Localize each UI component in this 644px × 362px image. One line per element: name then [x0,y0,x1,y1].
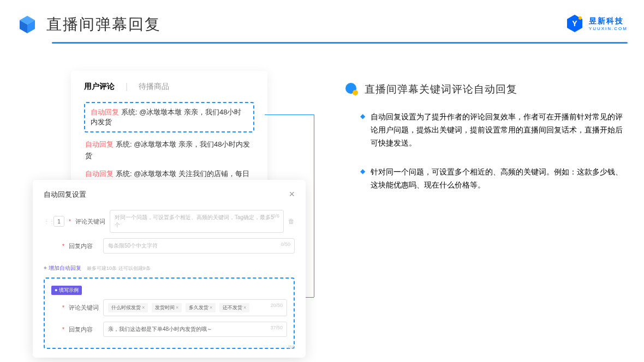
brand-icon: Y [565,14,585,33]
example-keyword-row: * 评论关键词 什么时候发货× 发货时间× 多久发货× 还不发货× 20/50 [51,299,287,316]
bullet-text: 自动回复设置为了提升作者的评论回复效率，作者可在开播前针对常见的评论用户问题，提… [371,111,628,149]
content-counter: 0/50 [281,242,290,247]
auto-reply-settings-modal: 自动回复设置 × ⋮⋮ 1 * 评论关键词 对同一个问题，可设置多个相近、高频的… [33,180,306,358]
auto-reply-tag: 自动回复 [85,170,114,178]
content-input[interactable]: 每条限50个中文字符 [103,238,295,254]
diamond-bullet-icon: ◆ [360,167,365,192]
tab-divider: | [126,82,128,94]
required-star: * [62,305,64,311]
required-star: * [62,327,64,333]
modal-title: 自动回复设置 [44,190,86,200]
diamond-bullet-icon: ◆ [360,112,365,149]
required-star: * [62,243,64,249]
svg-text:Y: Y [572,19,577,28]
example-badge: ● 填写示例 [51,286,82,295]
ex-keyword-input[interactable]: 什么时候发货× 发货时间× 多久发货× 还不发货× [103,299,287,316]
tag-chip: 多久发货× [186,303,216,312]
page-title: 直播间弹幕回复 [46,14,161,35]
keyword-input[interactable]: 对同一个问题，可设置多个相近、高频的关键词，Tag确定，最多5个 [110,210,284,233]
tabs: 用户评论 | 待播商品 [84,82,254,94]
svg-point-6 [353,90,358,95]
bullet-item-1: ◆ 自动回复设置为了提升作者的评论回复效率，作者可在开播前针对常见的评论用户问题… [344,111,628,149]
close-icon[interactable]: × [289,189,295,200]
bullet-text: 针对同一个问题，可设置多个相近的、高频的关键词。例如：这款多少钱、这块能优惠吗、… [371,166,628,192]
add-auto-reply-link[interactable]: + 增加自动回复 [44,264,81,272]
connector-line [314,114,314,297]
tag-chip: 什么时候发货× [108,303,148,312]
auto-reply-tag: 自动回复 [91,108,119,116]
required-star: * [69,219,71,225]
ex-content-label: 回复内容 [69,325,99,334]
tab-user-comments[interactable]: 用户评论 [84,82,115,94]
keyword-counter: 0/6 [272,213,279,219]
bullet-item-2: ◆ 针对同一个问题，可设置多个相近的、高频的关键词。例如：这款多少钱、这块能优惠… [344,166,628,192]
tag-chip: 还不发货× [219,303,249,312]
ex-content-counter: 37/50 [270,325,283,330]
section-header: 直播间弹幕关键词评论自动回复 [344,82,628,97]
comment-line-2: 自动回复系统: @冰墩墩本墩 亲亲，我们48小时内发货 [84,139,254,162]
form-row-content: * 回复内容 每条限50个中文字符 0/50 [44,238,295,254]
tag-chip: 发货时间× [152,303,182,312]
example-box: ● 填写示例 * 评论关键词 什么时候发货× 发货时间× 多久发货× 还不发货×… [44,277,295,349]
add-hint: 最多可建10条 还可以创建9条 [87,266,151,271]
example-content-row: * 回复内容 亲，我们这边都是下单48小时内发货的哦～ 37/50 [51,322,287,337]
ex-keyword-label: 评论关键词 [69,304,99,312]
highlighted-comment: 自动回复系统: @冰墩墩本墩 亲亲，我们48小时内发货 [84,102,254,132]
row-number: 1 [53,216,64,227]
auto-reply-tag: 自动回复 [85,140,114,148]
connector-line [265,114,314,115]
section-title: 直播间弹幕关键词评论自动回复 [365,82,517,96]
cube-icon [16,14,38,35]
right-panel: 直播间弹幕关键词评论自动回复 ◆ 自动回复设置为了提升作者的评论回复效率，作者可… [344,71,628,208]
brand-url: YUUXIN.COM [589,26,628,31]
ex-content-input[interactable]: 亲，我们这边都是下单48小时内发货的哦～ [103,322,287,337]
drag-handle-icon[interactable]: ⋮⋮ [44,219,49,225]
svg-point-4 [579,16,582,20]
content-label: 回复内容 [69,242,99,250]
brand-logo: Y 昱新科技 YUUXIN.COM [565,14,628,33]
chat-bubble-icon [344,82,359,97]
trash-icon[interactable]: 🗑 [288,218,295,225]
bottom-counter: /50 [288,345,295,350]
form-row-keyword: ⋮⋮ 1 * 评论关键词 对同一个问题，可设置多个相近、高频的关键词，Tag确定… [44,210,295,233]
tab-pending-products[interactable]: 待播商品 [139,82,169,94]
ex-keyword-counter: 20/50 [270,303,283,308]
keyword-label: 评论关键词 [75,218,105,226]
brand-name: 昱新科技 [589,16,628,26]
left-panel: 用户评论 | 待播商品 自动回复系统: @冰墩墩本墩 亲亲，我们48小时内发货 … [33,71,311,208]
page-header: 直播间弹幕回复 [0,0,644,35]
